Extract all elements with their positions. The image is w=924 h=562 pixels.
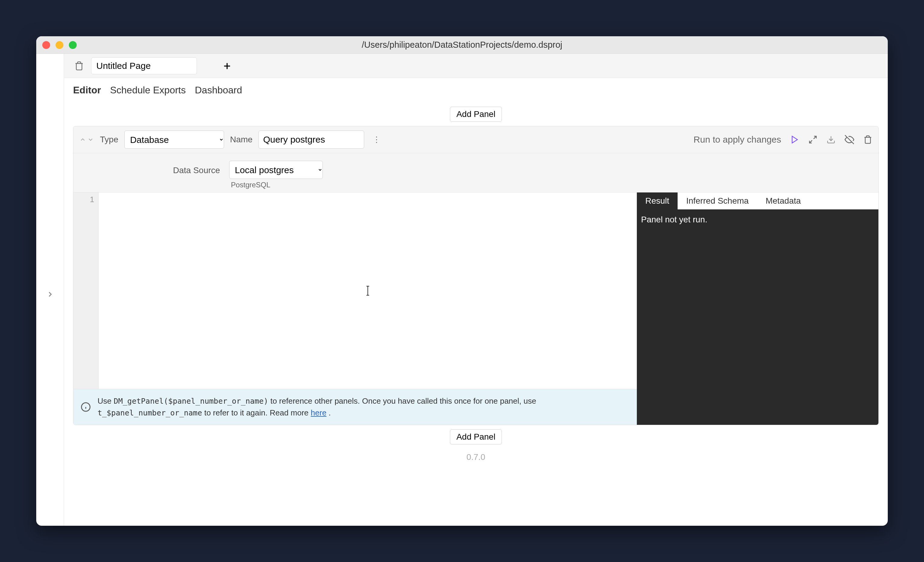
results-tab-schema[interactable]: Inferred Schema bbox=[678, 192, 757, 209]
panel-name-input[interactable] bbox=[258, 131, 364, 149]
info-learn-more-link[interactable]: here bbox=[311, 408, 326, 417]
delete-panel-button[interactable] bbox=[863, 135, 872, 144]
gutter-line-1: 1 bbox=[76, 195, 94, 204]
info-icon bbox=[81, 402, 91, 412]
titlebar: /Users/philipeaton/DataStationProjects/d… bbox=[36, 36, 888, 54]
panel: Type Database Name ⋮ Run to apply change… bbox=[73, 126, 879, 425]
fullscreen-button[interactable] bbox=[808, 135, 818, 144]
panel-more-menu[interactable]: ⋮ bbox=[370, 135, 383, 144]
data-source-select[interactable]: Local postgres bbox=[229, 161, 323, 179]
main-body: ＋ Editor Schedule Exports Dashboard Add … bbox=[36, 54, 888, 526]
collapsed-sidebar bbox=[36, 54, 64, 526]
text-cursor-icon bbox=[364, 285, 371, 296]
panel-type-label: Type bbox=[100, 135, 118, 144]
panel-header-left: Type Database Name ⋮ bbox=[80, 131, 688, 149]
data-source-wrap: Local postgres PostgreSQL bbox=[229, 161, 323, 189]
close-window-button[interactable] bbox=[42, 41, 50, 49]
maximize-window-button[interactable] bbox=[69, 41, 77, 49]
editor-area: Add Panel Type Database bbox=[64, 102, 888, 526]
hide-results-button[interactable] bbox=[844, 135, 854, 144]
results-tab-result[interactable]: Result bbox=[637, 192, 678, 209]
code-body: 1 bbox=[74, 192, 637, 389]
code-gutter: 1 bbox=[74, 192, 99, 389]
minimize-window-button[interactable] bbox=[56, 41, 63, 49]
svg-line-2 bbox=[810, 140, 812, 143]
panel-type-select[interactable]: Database bbox=[124, 131, 224, 149]
data-source-subtext: PostgreSQL bbox=[229, 181, 323, 189]
svg-marker-0 bbox=[792, 136, 798, 143]
version-footer: 0.7.0 bbox=[73, 449, 879, 466]
code-editor-textarea[interactable] bbox=[99, 192, 637, 389]
panel-name-label: Name bbox=[230, 135, 253, 144]
page-name-input[interactable] bbox=[91, 57, 197, 74]
results-body: Panel not yet run. bbox=[637, 209, 878, 425]
page-tab-strip: ＋ bbox=[64, 54, 888, 78]
code-area-wrap: 1 bbox=[74, 192, 637, 425]
svg-line-1 bbox=[814, 136, 816, 139]
traffic-lights bbox=[42, 41, 77, 49]
panel-header-right: Run to apply changes bbox=[694, 134, 872, 145]
run-panel-button[interactable] bbox=[790, 135, 799, 144]
add-page-button[interactable]: ＋ bbox=[218, 57, 236, 74]
expand-sidebar-button[interactable] bbox=[46, 63, 54, 526]
tab-schedule-exports[interactable]: Schedule Exports bbox=[110, 85, 186, 96]
view-tabs: Editor Schedule Exports Dashboard bbox=[64, 78, 888, 102]
run-status-text: Run to apply changes bbox=[694, 134, 781, 145]
app-window: /Users/philipeaton/DataStationProjects/d… bbox=[36, 36, 888, 526]
panel-config: Data Source Local postgres PostgreSQL bbox=[74, 153, 878, 192]
tab-dashboard[interactable]: Dashboard bbox=[195, 85, 242, 96]
delete-page-button[interactable] bbox=[73, 59, 85, 72]
add-panel-bottom-button[interactable]: Add Panel bbox=[450, 429, 501, 445]
results-pane: Result Inferred Schema Metadata Panel no… bbox=[637, 192, 878, 425]
data-source-label: Data Source bbox=[173, 161, 220, 175]
results-tab-metadata[interactable]: Metadata bbox=[757, 192, 809, 209]
download-button[interactable] bbox=[826, 135, 836, 144]
tab-editor[interactable]: Editor bbox=[73, 85, 101, 96]
panel-reorder-icons[interactable] bbox=[80, 136, 94, 143]
add-panel-bottom-row: Add Panel bbox=[73, 425, 879, 449]
results-tabs: Result Inferred Schema Metadata bbox=[637, 192, 878, 209]
info-bar: Use DM_getPanel($panel_number_or_name) t… bbox=[74, 389, 637, 425]
add-panel-top-row: Add Panel bbox=[73, 102, 879, 126]
panel-header: Type Database Name ⋮ Run to apply change… bbox=[74, 126, 878, 153]
window-title: /Users/philipeaton/DataStationProjects/d… bbox=[42, 40, 882, 50]
panel-body: 1 bbox=[74, 192, 878, 425]
main-content: ＋ Editor Schedule Exports Dashboard Add … bbox=[64, 54, 888, 526]
info-text: Use DM_getPanel($panel_number_or_name) t… bbox=[98, 395, 630, 419]
add-panel-top-button[interactable]: Add Panel bbox=[450, 107, 501, 122]
